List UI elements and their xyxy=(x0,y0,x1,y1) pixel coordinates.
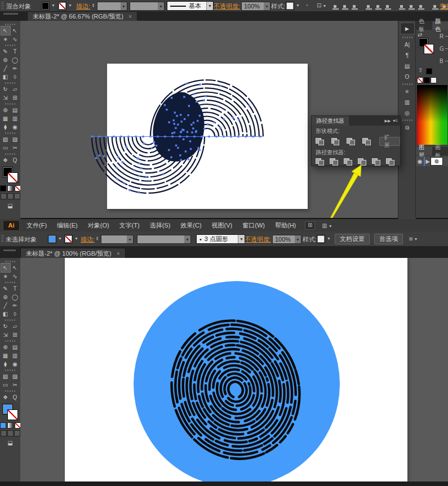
stroke-dropdown-icon[interactable]: ▼ xyxy=(73,237,79,240)
tool-5-0[interactable]: ◧ xyxy=(1,310,10,318)
tool-3-1[interactable]: ◯ xyxy=(11,293,20,301)
white-chip[interactable] xyxy=(431,77,437,83)
tool-11-0[interactable]: ▧ xyxy=(1,135,10,144)
menu-item-1[interactable]: 编辑(E) xyxy=(56,221,79,230)
align-button-8[interactable] xyxy=(418,3,424,10)
menu-item-0[interactable]: 文件(F) xyxy=(25,221,48,230)
style-swatch[interactable] xyxy=(286,2,294,10)
brush-definition-select[interactable]: 基本 ▼ xyxy=(167,1,214,11)
tool-6-0[interactable]: ↻ xyxy=(1,322,10,331)
tool-4-0[interactable]: ╱ xyxy=(1,64,10,73)
expand-panels-button[interactable]: ▶ xyxy=(400,23,415,34)
pathfinder-trim-button[interactable] xyxy=(330,158,338,166)
tab-swatches[interactable]: 色板 xyxy=(416,21,432,30)
fill-dropdown-icon[interactable]: ▼ xyxy=(50,3,56,7)
tool-5-1[interactable]: ◊ xyxy=(11,73,20,81)
tab-artboards[interactable]: 画板 xyxy=(432,147,448,155)
screen-mode-button[interactable]: ⬓ xyxy=(6,439,15,447)
tool-13-1[interactable]: Q xyxy=(11,393,20,402)
color-button[interactable] xyxy=(0,422,6,429)
layer-row[interactable]: ◉ ▶ ◍ xyxy=(416,157,448,166)
tool-11-1[interactable]: ▨ xyxy=(11,372,20,381)
align-button-6[interactable] xyxy=(399,3,405,10)
tool-9-1[interactable]: ▥ xyxy=(11,114,20,123)
fill-dropdown-icon[interactable]: ▼ xyxy=(57,237,63,240)
panel-grip[interactable] xyxy=(1,2,4,10)
tool-10-0[interactable]: ⧫ xyxy=(1,123,10,131)
tool-11-1[interactable]: ▨ xyxy=(11,135,20,144)
opacity-select[interactable]: 100%▼ xyxy=(241,2,270,11)
align-button-4[interactable] xyxy=(375,3,382,10)
style-dropdown-icon[interactable]: ▼ xyxy=(295,3,301,7)
tool-0-0[interactable]: ↖ xyxy=(1,264,10,272)
layer-visibility-icon[interactable]: ◉ xyxy=(416,158,424,164)
tool-0-0[interactable]: ↖ xyxy=(1,26,10,35)
tab-close-icon[interactable]: × xyxy=(117,251,120,257)
tool-10-0[interactable]: ⧫ xyxy=(1,360,10,368)
stroke-color-swatch[interactable] xyxy=(58,2,66,10)
shape-mode-intersect-button[interactable] xyxy=(347,138,355,145)
stroke-color-swatch[interactable] xyxy=(64,235,73,243)
color-spectrum[interactable] xyxy=(417,85,447,145)
width-profile-select[interactable]: ▼ xyxy=(137,235,191,244)
tab-close-icon[interactable]: × xyxy=(128,14,132,20)
tool-4-1[interactable]: ✏ xyxy=(11,64,20,73)
menu-item-5[interactable]: 效果(C) xyxy=(179,221,202,230)
align-button-0[interactable] xyxy=(332,3,339,10)
align-button-2[interactable] xyxy=(352,3,358,10)
tool-7-1[interactable]: ⊞ xyxy=(11,93,20,102)
style-swatch[interactable] xyxy=(317,235,325,243)
workspace-icon[interactable]: ⧈▼ xyxy=(409,235,419,242)
tool-7-1[interactable]: ⊞ xyxy=(11,331,20,339)
none-button[interactable] xyxy=(15,422,21,429)
align-button-7[interactable] xyxy=(409,3,415,10)
menu-item-6[interactable]: 视图(V) xyxy=(211,221,234,230)
canvas-area[interactable] xyxy=(20,258,448,481)
none-chip[interactable] xyxy=(417,77,423,83)
screen-mode-button[interactable]: ⬓ xyxy=(6,202,15,210)
tool-11-0[interactable]: ▧ xyxy=(1,372,10,381)
tool-3-0[interactable]: ⊛ xyxy=(1,293,10,301)
document-tab[interactable]: 未标题-2* @ 66.67% (RGB/预览) × xyxy=(27,11,137,21)
tool-8-0[interactable]: ⊕ xyxy=(1,343,10,351)
tool-1-0[interactable]: ∗ xyxy=(1,272,10,280)
tool-8-0[interactable]: ⊕ xyxy=(1,106,10,114)
tool-12-0[interactable]: ▭ xyxy=(1,381,10,389)
tool-9-0[interactable]: ▦ xyxy=(1,114,10,123)
tool-8-1[interactable]: ▤ xyxy=(11,106,20,114)
menu-item-4[interactable]: 选择(S) xyxy=(149,221,172,230)
tool-13-0[interactable]: ❖ xyxy=(1,156,10,164)
tool-5-0[interactable]: ◧ xyxy=(1,73,10,81)
dock-panel-icon-2[interactable]: ▤ xyxy=(401,61,414,71)
shape-mode-exclude-button[interactable] xyxy=(362,138,371,145)
expand-button[interactable]: 扩展 xyxy=(379,137,401,146)
channel-b-slider[interactable] xyxy=(445,61,448,61)
tool-10-1[interactable]: ◉ xyxy=(11,360,20,368)
tool-8-1[interactable]: ▤ xyxy=(11,343,20,351)
tab-layers[interactable]: 图层 xyxy=(416,147,432,155)
bridge-icon[interactable]: ⊞ xyxy=(305,221,315,230)
stroke-weight-select[interactable]: ▼ xyxy=(97,2,127,11)
arrange-documents-icon[interactable]: ▥▼ xyxy=(322,222,333,229)
fill-stroke-indicator[interactable] xyxy=(2,404,18,421)
menu-item-7[interactable]: 窗口(W) xyxy=(241,221,266,230)
tab-color[interactable]: 颜色 xyxy=(432,21,448,30)
panel-collapse-icon[interactable]: ▶▶ xyxy=(385,119,391,123)
tool-7-0[interactable]: ⇲ xyxy=(1,93,10,102)
pathfinder-panel-tab[interactable]: 路径查找器 xyxy=(312,116,349,126)
swap-fill-stroke-icon[interactable]: ⇄ xyxy=(418,32,422,38)
document-tab[interactable]: 未标题-2* @ 100% (RGB/预览) × xyxy=(20,248,126,258)
opacity-link[interactable]: 不透明度: xyxy=(214,2,240,11)
align-button-5[interactable] xyxy=(385,3,391,10)
channel-g-slider[interactable] xyxy=(445,48,448,49)
tool-2-0[interactable]: ✎ xyxy=(1,284,10,293)
menu-item-2[interactable]: 对象(O) xyxy=(87,221,110,230)
align-button-3[interactable] xyxy=(366,3,372,10)
tool-9-1[interactable]: ▥ xyxy=(11,351,20,360)
opacity-link[interactable]: 不透明度: xyxy=(245,235,271,244)
stroke-weight-link[interactable]: 描边: xyxy=(81,235,95,244)
color-panel-stroke-swatch[interactable] xyxy=(424,44,434,54)
fill-stroke-indicator[interactable] xyxy=(2,167,18,184)
stroke-weight-stepper[interactable]: ▲▼ xyxy=(96,236,99,240)
current-color-chip[interactable] xyxy=(426,68,432,74)
